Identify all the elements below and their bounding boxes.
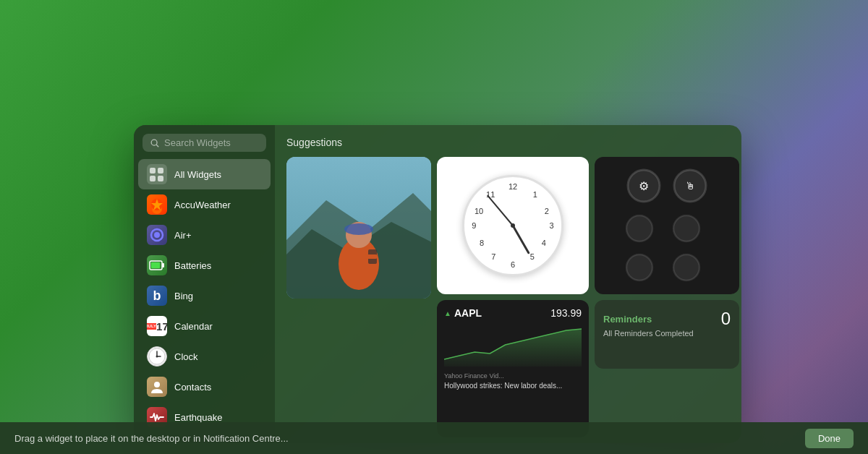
watch-ring-3 bbox=[624, 213, 655, 244]
mouse-symbol: 🖱 bbox=[685, 180, 695, 192]
photo-bg bbox=[286, 157, 431, 299]
search-container: Search Widgets bbox=[134, 134, 275, 159]
clock-app-icon bbox=[147, 346, 167, 367]
reminders-count: 0 bbox=[721, 309, 731, 329]
search-box[interactable]: Search Widgets bbox=[142, 134, 266, 152]
sidebar: Search Widgets All Widgets bbox=[134, 125, 275, 443]
bluetooth-symbol: ⚙ bbox=[639, 179, 649, 193]
sidebar-item-accuweather[interactable]: AccuWeather bbox=[138, 189, 271, 220]
sidebar-item-calendar[interactable]: JULY 17 Calendar bbox=[138, 311, 271, 341]
clock-num-1: 1 bbox=[533, 190, 537, 199]
hour-hand bbox=[512, 225, 530, 254]
sidebar-item-batteries[interactable]: Batteries bbox=[138, 250, 271, 280]
stocks-header: ▲ AAPL 193.99 bbox=[444, 307, 582, 319]
bottom-bar: Drag a widget to place it on the desktop… bbox=[0, 422, 868, 454]
stock-up-icon: ▲ bbox=[444, 309, 451, 317]
svg-rect-8 bbox=[151, 262, 160, 268]
stock-chart-svg bbox=[444, 323, 582, 367]
sidebar-item-bing[interactable]: b Bing bbox=[138, 280, 271, 311]
svg-point-0 bbox=[151, 140, 157, 145]
svg-point-20 bbox=[344, 223, 373, 235]
batteries-icon bbox=[147, 255, 167, 275]
contacts-icon bbox=[147, 377, 167, 397]
reminders-title: Reminders bbox=[603, 314, 652, 325]
batteries-icon-svg bbox=[149, 260, 165, 271]
clock-face: 12 3 6 9 1 2 4 5 7 8 10 11 bbox=[462, 175, 563, 276]
svg-line-1 bbox=[156, 145, 158, 147]
reminders-subtitle: All Reminders Completed bbox=[603, 329, 731, 338]
clock-num-6: 6 bbox=[511, 260, 515, 269]
photo-widget[interactable] bbox=[286, 157, 431, 299]
main-content: Suggestions 12 3 6 9 1 2 4 5 7 bbox=[275, 125, 741, 443]
clock-widget[interactable]: 12 3 6 9 1 2 4 5 7 8 10 11 bbox=[437, 157, 589, 294]
apple-watch-widget[interactable]: ⚙ 🖱 bbox=[595, 157, 739, 294]
reminders-widget[interactable]: Reminders 0 All Reminders Completed bbox=[595, 300, 739, 369]
sidebar-item-label-airplus: Air+ bbox=[174, 230, 191, 241]
ring4-svg bbox=[671, 213, 702, 244]
watch-ring-6 bbox=[671, 252, 702, 283]
watch-rings-row1: ⚙ 🖱 bbox=[626, 168, 708, 204]
sidebar-item-label-batteries: Batteries bbox=[174, 260, 211, 271]
clock-num-8: 8 bbox=[480, 239, 484, 247]
svg-point-12 bbox=[156, 356, 158, 358]
all-widgets-icon bbox=[147, 164, 167, 184]
bottom-hint: Drag a widget to place it on the desktop… bbox=[14, 433, 289, 444]
clock-num-5: 5 bbox=[530, 252, 535, 261]
airplus-icon bbox=[147, 225, 167, 245]
reminders-header: Reminders 0 bbox=[603, 309, 731, 329]
news-container: Yahoo Finance Vid... Hollywood strikes: … bbox=[444, 372, 582, 390]
clock-num-3: 3 bbox=[550, 221, 554, 230]
sidebar-item-airplus[interactable]: Air+ bbox=[138, 220, 271, 250]
clock-num-7: 7 bbox=[491, 252, 495, 261]
stock-chart bbox=[444, 323, 582, 367]
clock-center bbox=[511, 223, 515, 228]
clock-num-2: 2 bbox=[545, 207, 549, 215]
suggestions-section: Suggestions 12 3 6 9 1 2 4 5 7 bbox=[286, 137, 730, 437]
watch-ring-5 bbox=[624, 252, 655, 283]
search-placeholder: Search Widgets bbox=[164, 137, 231, 148]
sidebar-item-label-all: All Widgets bbox=[174, 169, 221, 180]
sidebar-items-list: All Widgets AccuWeather bbox=[134, 159, 275, 434]
svg-point-31 bbox=[626, 254, 652, 280]
bluetooth-ring: ⚙ bbox=[626, 168, 662, 204]
svg-rect-22 bbox=[365, 254, 378, 259]
news-headline: Hollywood strikes: New labor deals... bbox=[444, 381, 582, 390]
svg-point-29 bbox=[673, 215, 699, 241]
sidebar-item-label-clock: Clock bbox=[174, 351, 198, 362]
sidebar-item-label-contacts: Contacts bbox=[174, 382, 211, 393]
mouse-ring: 🖱 bbox=[672, 168, 708, 204]
clock-num-10: 10 bbox=[475, 207, 483, 215]
clock-num-12: 12 bbox=[509, 182, 517, 191]
svg-point-13 bbox=[154, 382, 160, 387]
contacts-icon-svg bbox=[149, 379, 165, 395]
svg-point-5 bbox=[154, 232, 160, 238]
news-source: Yahoo Finance Vid... bbox=[444, 372, 582, 380]
done-button[interactable]: Done bbox=[805, 429, 854, 448]
widget-panel: Search Widgets All Widgets bbox=[134, 125, 741, 443]
clock-num-9: 9 bbox=[472, 221, 476, 230]
suggestions-title: Suggestions bbox=[286, 137, 342, 148]
ring5-svg bbox=[624, 252, 655, 283]
clock-icon-svg bbox=[148, 347, 166, 366]
stock-price: 193.99 bbox=[550, 307, 582, 319]
suggestions-header: Suggestions bbox=[286, 137, 730, 148]
search-icon bbox=[150, 138, 160, 148]
bing-icon: b bbox=[147, 286, 167, 306]
sidebar-item-label-bing: Bing bbox=[174, 291, 193, 301]
svg-point-27 bbox=[626, 215, 652, 241]
sidebar-item-all-widgets[interactable]: All Widgets bbox=[138, 159, 271, 189]
clock-num-4: 4 bbox=[542, 239, 546, 247]
sidebar-item-label-calendar: Calendar bbox=[174, 321, 213, 332]
svg-rect-7 bbox=[162, 263, 164, 267]
calendar-icon: JULY 17 bbox=[147, 316, 167, 336]
ring6-svg bbox=[671, 252, 702, 283]
watch-rings-row2 bbox=[624, 213, 710, 283]
accuweather-icon bbox=[147, 194, 167, 215]
stock-ticker: ▲ AAPL bbox=[444, 307, 482, 319]
airplus-icon-svg bbox=[150, 228, 164, 242]
suggestions-grid: 12 3 6 9 1 2 4 5 7 8 10 11 bbox=[286, 157, 730, 437]
sidebar-item-contacts[interactable]: Contacts bbox=[138, 372, 271, 402]
stock-symbol: AAPL bbox=[454, 307, 482, 319]
sidebar-item-clock[interactable]: Clock bbox=[138, 341, 271, 372]
stocks-widget[interactable]: ▲ AAPL 193.99 bbox=[437, 300, 589, 437]
